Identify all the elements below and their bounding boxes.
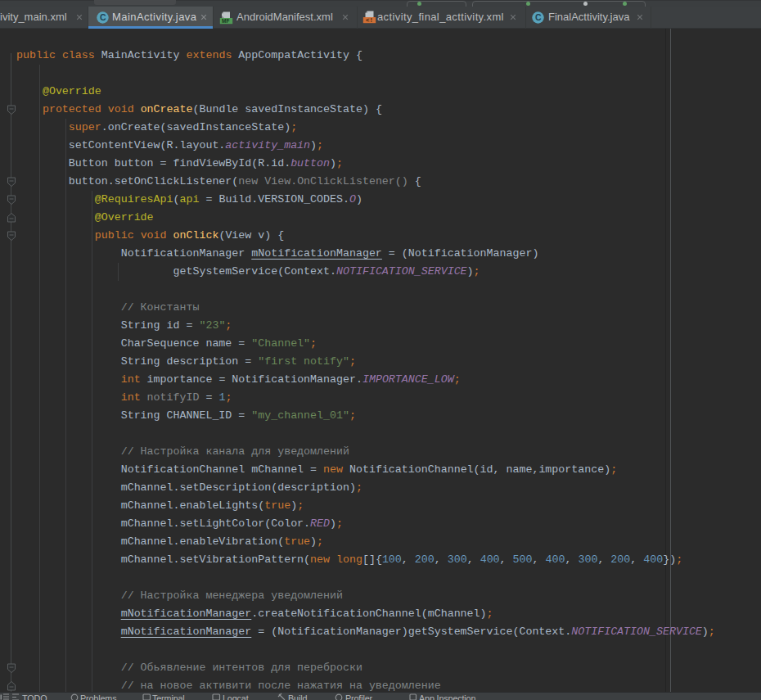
- svg-text:<!: <!: [366, 17, 373, 24]
- svg-text:C: C: [535, 12, 542, 22]
- svg-text:C: C: [100, 12, 106, 22]
- svg-text:MF: MF: [222, 18, 229, 24]
